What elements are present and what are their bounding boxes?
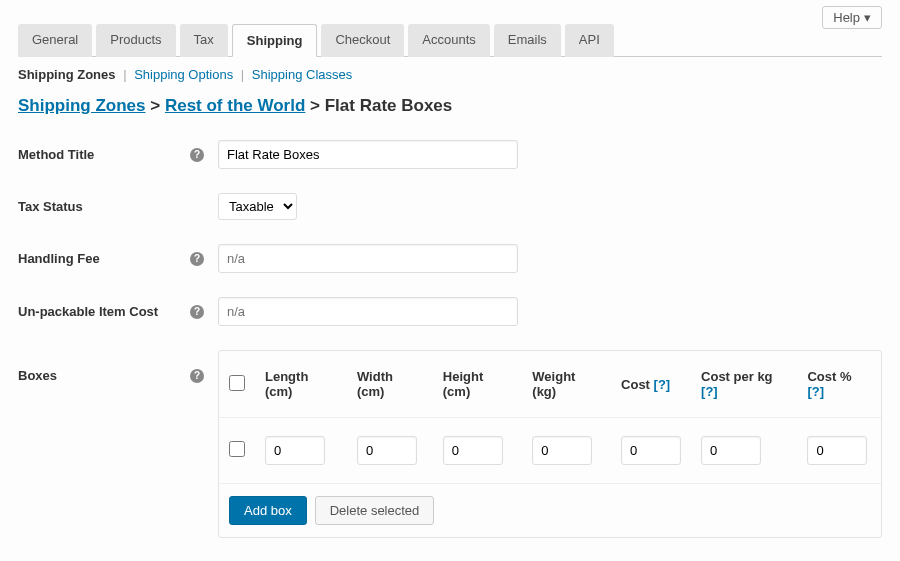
- th-weight: Weight (kg): [522, 351, 611, 418]
- cost-per-kg-input[interactable]: [701, 436, 761, 465]
- breadcrumb-zones[interactable]: Shipping Zones: [18, 96, 146, 115]
- tax-status-select[interactable]: Taxable: [218, 193, 297, 220]
- handling-fee-input[interactable]: [218, 244, 518, 273]
- breadcrumb-rest[interactable]: Rest of the World: [165, 96, 305, 115]
- settings-tabs: General Products Tax Shipping Checkout A…: [18, 23, 882, 57]
- tax-status-label: Tax Status: [18, 199, 83, 214]
- length-input[interactable]: [265, 436, 325, 465]
- help-link[interactable]: [?]: [701, 384, 718, 399]
- subnav-zones[interactable]: Shipping Zones: [18, 67, 116, 82]
- breadcrumb: Shipping Zones > Rest of the World > Fla…: [18, 92, 882, 140]
- method-title-input[interactable]: [218, 140, 518, 169]
- boxes-table: Length (cm) Width (cm) Height (cm) Weigh…: [219, 351, 881, 484]
- help-dropdown[interactable]: Help ▾: [822, 6, 882, 29]
- tab-tax[interactable]: Tax: [180, 24, 228, 57]
- help-link[interactable]: [?]: [807, 384, 824, 399]
- subnav-classes[interactable]: Shipping Classes: [252, 67, 352, 82]
- tab-accounts[interactable]: Accounts: [408, 24, 489, 57]
- tab-checkout[interactable]: Checkout: [321, 24, 404, 57]
- help-icon[interactable]: ?: [190, 369, 204, 383]
- breadcrumb-current: Flat Rate Boxes: [325, 96, 453, 115]
- boxes-label: Boxes: [18, 368, 57, 383]
- th-cost: Cost: [621, 377, 650, 392]
- select-all-checkbox[interactable]: [229, 375, 245, 391]
- tab-emails[interactable]: Emails: [494, 24, 561, 57]
- tab-api[interactable]: API: [565, 24, 614, 57]
- add-box-button[interactable]: Add box: [229, 496, 307, 525]
- help-icon[interactable]: ?: [190, 252, 204, 266]
- shipping-subnav: Shipping Zones | Shipping Options | Ship…: [18, 57, 882, 92]
- boxes-panel: Length (cm) Width (cm) Height (cm) Weigh…: [218, 350, 882, 538]
- delete-selected-button[interactable]: Delete selected: [315, 496, 435, 525]
- row-checkbox[interactable]: [229, 441, 245, 457]
- cost-input[interactable]: [621, 436, 681, 465]
- handling-fee-label: Handling Fee: [18, 251, 100, 266]
- th-width: Width (cm): [347, 351, 433, 418]
- chevron-down-icon: ▾: [864, 10, 871, 25]
- th-length: Length (cm): [255, 351, 347, 418]
- unpackable-input[interactable]: [218, 297, 518, 326]
- help-icon[interactable]: ?: [190, 148, 204, 162]
- cost-pct-input[interactable]: [807, 436, 867, 465]
- th-cost-per-kg: Cost per kg: [701, 369, 773, 384]
- tab-general[interactable]: General: [18, 24, 92, 57]
- help-icon[interactable]: ?: [190, 305, 204, 319]
- height-input[interactable]: [443, 436, 503, 465]
- tab-products[interactable]: Products: [96, 24, 175, 57]
- help-label: Help: [833, 10, 860, 25]
- th-cost-pct: Cost %: [807, 369, 851, 384]
- method-title-label: Method Title: [18, 147, 94, 162]
- th-height: Height (cm): [433, 351, 523, 418]
- unpackable-label: Un-packable Item Cost: [18, 304, 158, 319]
- tab-shipping[interactable]: Shipping: [232, 24, 318, 57]
- table-row: [219, 418, 881, 484]
- width-input[interactable]: [357, 436, 417, 465]
- weight-input[interactable]: [532, 436, 592, 465]
- help-link[interactable]: [?]: [654, 377, 671, 392]
- subnav-options[interactable]: Shipping Options: [134, 67, 233, 82]
